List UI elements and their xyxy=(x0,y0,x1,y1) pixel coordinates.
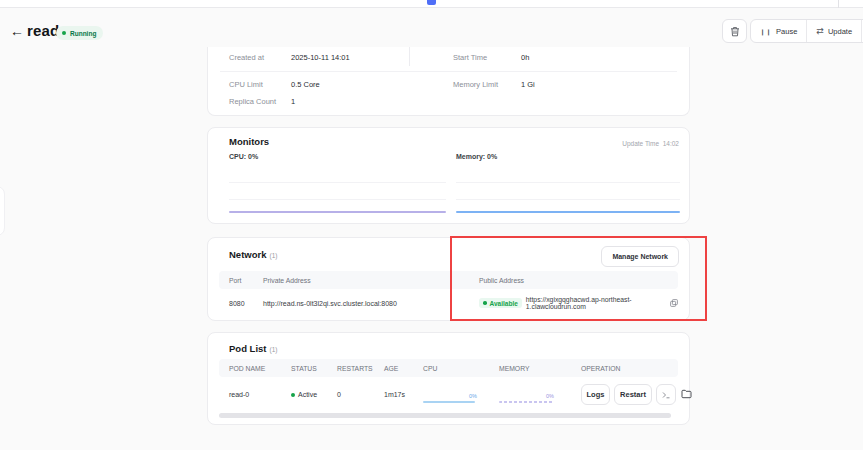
pod-cpu-value: 0% xyxy=(469,393,477,399)
col-private-address: Private Address xyxy=(263,277,311,284)
app-details-card: Created at 2025-10-11 14:01 Start Time 0… xyxy=(207,47,690,116)
pod-age: 1m17s xyxy=(384,391,405,398)
cpu-limit-value: 0.5 Core xyxy=(291,80,320,89)
pause-label: Pause xyxy=(776,27,797,36)
created-at-value: 2025-10-11 14:01 xyxy=(291,53,350,62)
memory-chart xyxy=(456,166,680,214)
memory-limit-label: Memory Limit xyxy=(453,80,498,89)
update-icon: ⇄ xyxy=(816,27,824,36)
details-column-divider xyxy=(409,47,410,66)
pod-list-card: Pod List(1) POD NAME STATUS RESTARTS AGE… xyxy=(207,332,690,425)
status-badge: Running xyxy=(56,26,103,40)
start-time-label: Start Time xyxy=(453,53,487,62)
cpu-limit-label: CPU Limit xyxy=(229,80,263,89)
active-dot-icon xyxy=(291,393,295,397)
update-label: Update xyxy=(828,27,852,36)
folder-button[interactable] xyxy=(681,389,692,399)
horizontal-scrollbar[interactable] xyxy=(219,413,671,418)
available-dot-icon xyxy=(483,301,487,305)
pod-list-title: Pod List(1) xyxy=(229,343,277,354)
chrome-divider xyxy=(838,0,839,8)
pod-memory-value: 0% xyxy=(546,393,554,399)
action-button-group: ❙❙ Pause ⇄ Update ⟳ xyxy=(750,19,863,43)
pause-icon: ❙❙ xyxy=(760,28,772,35)
start-time-value: 0h xyxy=(521,53,529,62)
col-pod-name: POD NAME xyxy=(229,365,265,372)
col-cpu: CPU xyxy=(423,365,437,372)
monitors-update-time: Update Time 14:02 xyxy=(622,140,679,147)
pod-restarts: 0 xyxy=(337,391,341,398)
created-at-label: Created at xyxy=(229,53,264,62)
port-value: 8080 xyxy=(229,300,245,307)
status-dot-icon xyxy=(62,31,66,35)
terminal-button[interactable] xyxy=(656,384,676,405)
monitors-title: Monitors xyxy=(229,136,269,147)
pod-name: read-0 xyxy=(229,391,249,398)
public-address-cell: Available https://xgixgqghacwd.ap-northe… xyxy=(479,296,678,310)
pause-button[interactable]: ❙❙ Pause xyxy=(751,20,806,42)
update-button[interactable]: ⇄ Update xyxy=(806,20,861,42)
network-count: (1) xyxy=(269,252,277,259)
col-port: Port xyxy=(229,277,241,284)
logs-button[interactable]: Logs xyxy=(581,384,610,405)
memory-chart-line xyxy=(456,211,680,213)
cpu-chart-line xyxy=(229,211,446,213)
col-status: STATUS xyxy=(291,365,317,372)
pod-memory-sparkline xyxy=(499,401,553,403)
cpu-chart-label: CPU: 0% xyxy=(229,153,258,160)
delete-button[interactable] xyxy=(722,19,747,43)
available-badge: Available xyxy=(479,298,522,308)
logo-fragment-icon xyxy=(427,0,436,5)
back-button[interactable]: ← xyxy=(10,23,24,39)
replica-count-label: Replica Count xyxy=(229,97,276,106)
col-age: AGE xyxy=(384,365,398,372)
network-table-header: Port Private Address Public Address xyxy=(219,271,678,289)
details-row-divider xyxy=(220,71,677,72)
restart-pod-button[interactable]: Restart xyxy=(614,384,652,405)
available-label: Available xyxy=(490,300,518,307)
col-public-address: Public Address xyxy=(479,277,524,284)
page-title: read xyxy=(27,22,60,39)
public-address-link[interactable]: https://xgixgqghacwd.ap-northeast-1.claw… xyxy=(526,296,666,310)
col-restarts: RESTARTS xyxy=(337,365,373,372)
memory-chart-label: Memory: 0% xyxy=(456,153,497,160)
pod-table-header: POD NAME STATUS RESTARTS AGE CPU MEMORY … xyxy=(219,359,678,377)
monitors-card: Monitors Update Time 14:02 CPU: 0% Memor… xyxy=(207,127,690,224)
browser-chrome-strip xyxy=(0,0,863,8)
network-card: Network(1) Manage Network Port Private A… xyxy=(207,237,690,321)
pod-table-row: read-0 Active 0 1m17s 0% 0% Logs Restart xyxy=(219,378,678,410)
manage-network-button[interactable]: Manage Network xyxy=(601,246,679,267)
private-address-value: http://read.ns-0lt3l2qi.svc.cluster.loca… xyxy=(263,300,397,307)
network-title: Network(1) xyxy=(229,249,277,260)
network-table-row: 8080 http://read.ns-0lt3l2qi.svc.cluster… xyxy=(219,293,678,313)
status-label: Running xyxy=(70,30,96,37)
trash-icon xyxy=(730,26,740,37)
memory-limit-value: 1 Gi xyxy=(521,80,535,89)
col-memory: MEMORY xyxy=(499,365,529,372)
col-operation: OPERATION xyxy=(581,365,621,372)
cpu-chart xyxy=(229,166,446,214)
pod-status: Active xyxy=(291,391,317,398)
replica-count-value: 1 xyxy=(291,97,295,106)
pod-list-count: (1) xyxy=(269,346,277,353)
copy-icon[interactable] xyxy=(670,299,678,307)
left-panel-edge xyxy=(0,186,5,236)
pod-cpu-sparkline xyxy=(423,401,475,403)
